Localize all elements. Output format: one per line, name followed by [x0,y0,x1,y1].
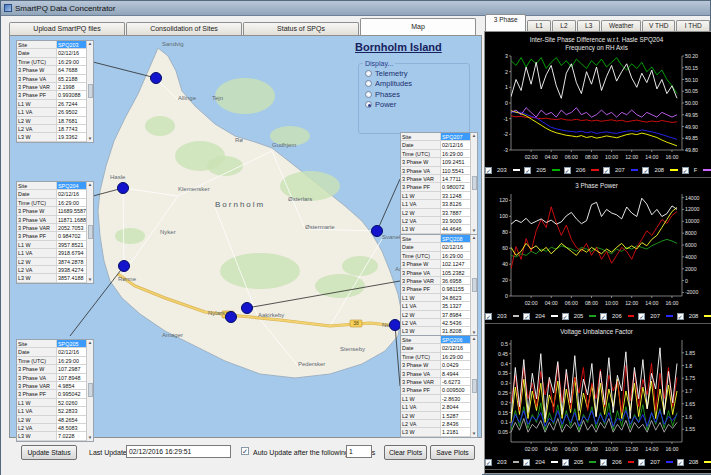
row-label: L2 VA [401,319,441,326]
radio-power[interactable] [365,101,372,108]
row-label: L3 W [401,327,441,334]
table-row: Date02/12/16 [17,49,86,57]
svg-text:04:00: 04:00 [545,300,558,306]
auto-update-minutes-field[interactable] [346,445,372,458]
svg-text:0.35: 0.35 [498,370,508,376]
scroll-up-icon[interactable]: ▲ [88,182,92,188]
legend-checkbox-208[interactable]: ✓ [677,313,684,320]
table-row: L1 VA2.8044 [401,403,470,411]
tab-map[interactable]: Map [360,18,476,35]
scroll-up-icon[interactable]: ▲ [472,235,476,241]
last-update-field[interactable] [126,445,231,458]
table-scrollbar[interactable]: ▲▼ [86,182,93,283]
site-table-spq203: SiteSPQ203Date02/12/16Time (UTC)16:29:00… [16,40,94,143]
table-scrollbar[interactable]: ▲▼ [470,336,477,437]
scroll-up-icon[interactable]: ▲ [88,340,92,346]
legend-checkbox-208[interactable]: ✓ [642,167,649,174]
legend-checkbox-204[interactable]: ✓ [523,313,530,320]
footer-bar: Update Status Last Update ✓ Auto Update … [1,438,482,475]
site-marker[interactable] [118,183,129,194]
auto-update-checkbox[interactable]: ✓ [241,447,249,455]
scroll-down-icon[interactable]: ▼ [88,277,92,283]
legend-checkbox-f[interactable]: ✓ [682,167,689,174]
site-marker[interactable] [226,312,237,323]
site-marker[interactable] [242,303,253,314]
legend-checkbox-203[interactable]: ✓ [485,313,492,320]
row-value: 2.8044 [441,403,470,410]
scroll-down-icon[interactable]: ▼ [472,228,476,234]
scroll-thumb[interactable] [472,176,477,190]
legend-checkbox-207[interactable]: ✓ [638,313,645,320]
table-scrollbar[interactable]: ▲▼ [470,235,477,336]
clear-plots-button[interactable]: Clear Plots [384,445,427,460]
row-label: L1 VA [401,200,441,207]
tab-status-of-spqs[interactable]: Status of SPQs [243,22,359,35]
tab-l1[interactable]: L1 [527,20,551,31]
radio-amplitudes[interactable] [365,80,372,87]
radio-telemetry[interactable] [365,70,372,77]
row-value: 16:29:00 [57,58,86,65]
legend-checkbox-205[interactable]: ✓ [524,167,531,174]
legend-checkbox-206[interactable]: ✓ [600,459,607,466]
scroll-up-icon[interactable]: ▲ [88,41,92,47]
scroll-thumb[interactable] [472,379,477,393]
legend-checkbox-204[interactable]: ✓ [523,459,530,466]
tab-l3[interactable]: L3 [577,20,601,31]
site-marker[interactable] [390,320,401,331]
tab-consolidation-of-sites[interactable]: Consolidation of Sites [126,22,242,35]
display-option-telemetry[interactable]: Telemetry [365,69,469,78]
legend-checkbox-203[interactable]: ✓ [485,167,492,174]
row-label: L2 VA [401,420,441,427]
svg-text:Voltage Unbalance Factor: Voltage Unbalance Factor [560,328,632,336]
scroll-thumb[interactable] [472,278,477,292]
scroll-down-icon[interactable]: ▼ [472,431,476,437]
row-label: 3 Phase W [401,158,441,165]
tab-upload-smartpq-files[interactable]: Upload SmartPQ files [9,22,125,35]
legend-label: 207 [615,167,625,173]
legend-checkbox-207[interactable]: ✓ [603,167,610,174]
scroll-up-icon[interactable]: ▲ [472,336,476,342]
row-label: L1 VA [17,249,57,256]
row-label: Site [401,336,441,343]
town-label--stermarie: Østermarie [305,224,335,230]
radio-phases[interactable] [365,91,372,98]
site-marker[interactable] [119,261,130,272]
legend-checkbox-206[interactable]: ✓ [600,313,607,320]
scroll-thumb[interactable] [88,84,93,98]
scroll-thumb[interactable] [88,225,93,239]
display-option-power[interactable]: Power [365,100,469,109]
update-status-button[interactable]: Update Status [21,445,77,460]
table-scrollbar[interactable]: ▲▼ [86,41,93,142]
legend-checkbox-203[interactable]: ✓ [485,459,492,466]
display-option-amplitudes[interactable]: Amplitudes [365,79,469,88]
tab-weather[interactable]: Weather [601,20,640,31]
legend-checkbox-206[interactable]: ✓ [564,167,571,174]
display-option-phases[interactable]: Phases [365,90,469,99]
row-label: L1 W [401,192,441,199]
table-scrollbar[interactable]: ▲▼ [470,133,477,234]
tab-i-thd[interactable]: I THD [676,20,710,31]
legend-checkbox-207[interactable]: ✓ [638,459,645,466]
tab-v-thd[interactable]: V THD [642,20,676,31]
save-plots-button[interactable]: Save Plots [430,445,475,460]
scroll-down-icon[interactable]: ▼ [88,435,92,441]
site-marker[interactable] [372,226,383,237]
table-row: L2 VA18.7743 [17,125,86,133]
row-label: L2 W [17,258,57,265]
legend-checkbox-205[interactable]: ✓ [562,459,569,466]
row-value: 3857.4188 [57,274,86,281]
table-row: L3 W19.3362 [17,133,86,141]
svg-text:08:00: 08:00 [585,300,598,306]
site-marker[interactable] [151,73,162,84]
scroll-up-icon[interactable]: ▲ [472,133,476,139]
table-scrollbar[interactable]: ▲▼ [86,340,93,441]
svg-text:12000: 12000 [685,206,700,212]
series-f [511,108,677,117]
map-title: Bornholm Island [355,41,480,53]
tab-3-phase[interactable]: 3 Phase [485,14,526,31]
legend-checkbox-205[interactable]: ✓ [562,313,569,320]
scroll-thumb[interactable] [88,383,93,397]
tab-l2[interactable]: L2 [552,20,576,31]
scroll-down-icon[interactable]: ▼ [88,136,92,142]
legend-checkbox-208[interactable]: ✓ [677,459,684,466]
